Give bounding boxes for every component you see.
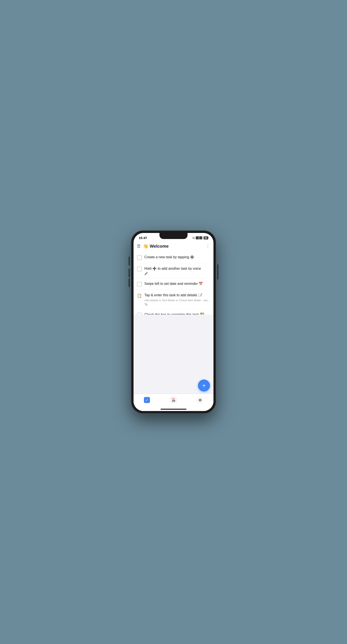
header-title-text: Welcome bbox=[150, 244, 168, 249]
phone-screen: 15:47 G.⬛⬛ 66 ☰ 👋 Welcome ⋮ bbox=[134, 233, 214, 411]
app-header: ☰ 👋 Welcome ⋮ bbox=[134, 242, 214, 252]
task-item[interactable]: Create a new task by tapping ➕ bbox=[134, 252, 214, 263]
more-options-icon[interactable]: ⋮ bbox=[206, 244, 210, 249]
task-title-text: Hold ➕ to add another task by voice bbox=[144, 266, 201, 271]
status-time: 15:47 bbox=[139, 236, 147, 240]
task-item[interactable]: Swipe left to set date and reminder 📅 bbox=[134, 278, 214, 290]
task-checkbox[interactable] bbox=[137, 255, 142, 260]
bottom-nav: ✓ JUL 29 ⚙ bbox=[134, 394, 214, 409]
nav-item-settings[interactable]: ⚙ bbox=[193, 396, 208, 404]
task-title-text: Check the box to complete this task bbox=[144, 312, 199, 315]
task-content: Create a new task by tapping ➕ bbox=[144, 255, 210, 260]
header-emoji: 👋 bbox=[143, 244, 148, 249]
task-attachment-icon: 📎 bbox=[144, 303, 210, 306]
notch bbox=[160, 233, 188, 239]
task-content: Tap & enter this task to add details 📝 A… bbox=[144, 293, 210, 306]
task-title: Tap & enter this task to add details 📝 bbox=[144, 293, 210, 298]
nav-item-calendar[interactable]: JUL 29 bbox=[166, 396, 181, 404]
phone-frame: 15:47 G.⬛⬛ 66 ☰ 👋 Welcome ⋮ bbox=[131, 231, 216, 413]
task-item[interactable]: Check the box to complete this task ✅ bbox=[134, 309, 214, 315]
add-task-fab[interactable]: + bbox=[198, 380, 210, 392]
checkmark-icon: ✅ bbox=[200, 312, 204, 315]
task-title: Create a new task by tapping ➕ bbox=[144, 255, 210, 260]
task-item[interactable]: Hold ➕ to add another task by voice 🎤 bbox=[134, 263, 214, 278]
memo-icon: 📝 bbox=[198, 293, 202, 298]
task-title: Swipe left to set date and reminder 📅 bbox=[144, 281, 210, 286]
settings-icon: ⚙ bbox=[197, 397, 203, 403]
task-checkbox[interactable] bbox=[137, 267, 142, 272]
task-subtitle: 🎤 bbox=[144, 272, 210, 275]
empty-area bbox=[134, 315, 214, 378]
home-bar bbox=[160, 409, 186, 410]
status-right: G.⬛⬛ 66 bbox=[192, 236, 208, 240]
task-content: Hold ➕ to add another task by voice 🎤 bbox=[144, 266, 210, 275]
header-title: 👋 Welcome bbox=[143, 244, 168, 249]
calendar-day-number: 29 bbox=[172, 399, 175, 402]
menu-icon[interactable]: ☰ bbox=[137, 244, 140, 248]
task-item[interactable]: 📋 Tap & enter this task to add details 📝… bbox=[134, 290, 214, 309]
task-checkbox[interactable] bbox=[137, 313, 142, 315]
fab-plus-icon: + bbox=[202, 382, 206, 388]
battery-icon: 66 bbox=[204, 236, 208, 240]
signal-icon: G.⬛⬛ bbox=[192, 236, 202, 240]
task-content: Swipe left to set date and reminder 📅 bbox=[144, 281, 210, 286]
tasks-icon: ✓ bbox=[144, 397, 150, 403]
task-subtitle: Add details in Text Mode or Check Item M… bbox=[144, 299, 210, 302]
nav-item-tasks[interactable]: ✓ bbox=[140, 396, 154, 404]
fab-container: + bbox=[134, 377, 214, 394]
header-left: ☰ 👋 Welcome bbox=[137, 244, 168, 249]
task-list: Create a new task by tapping ➕ Hold ➕ to… bbox=[134, 252, 214, 315]
task-content: Check the box to complete this task ✅ bbox=[144, 312, 210, 315]
task-title-text: Create a new task by tapping bbox=[144, 255, 189, 260]
calendar-nav-icon: JUL 29 bbox=[170, 397, 176, 403]
task-checkbox[interactable] bbox=[137, 282, 142, 286]
home-indicator bbox=[134, 409, 214, 411]
task-title: Hold ➕ to add another task by voice bbox=[144, 266, 210, 271]
task-title-text: Tap & enter this task to add details bbox=[144, 293, 197, 298]
task-checkbox[interactable]: 📋 bbox=[137, 293, 142, 298]
calendar-icon: 📅 bbox=[198, 281, 203, 286]
task-title: Check the box to complete this task ✅ bbox=[144, 312, 210, 315]
plus-icon: ➕ bbox=[190, 255, 194, 260]
task-title-text: Swipe left to set date and reminder bbox=[144, 281, 198, 286]
